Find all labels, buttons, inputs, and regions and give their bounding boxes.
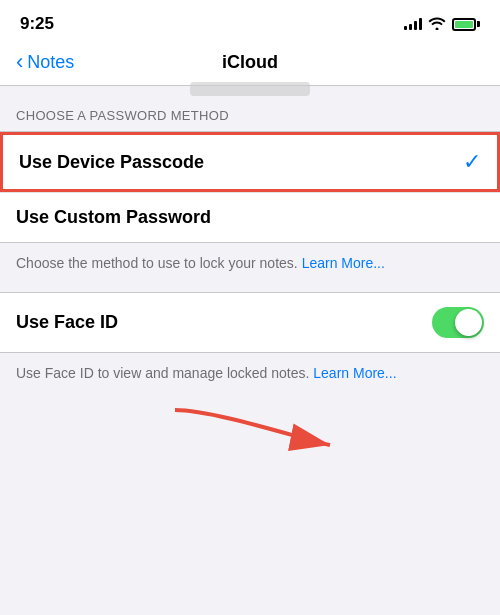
face-id-label: Use Face ID <box>16 312 118 333</box>
learn-more-link-1[interactable]: Learn More... <box>302 255 385 271</box>
red-arrow <box>155 390 355 490</box>
description-text-1: Choose the method to use to lock your no… <box>16 255 302 271</box>
description-block-2: Use Face ID to view and manage locked no… <box>0 353 500 402</box>
list-item-custom-password[interactable]: Use Custom Password <box>0 192 500 242</box>
description-text-2: Use Face ID to view and manage locked no… <box>16 365 313 381</box>
back-button[interactable]: ‹ Notes <box>16 52 74 73</box>
face-id-section: Use Face ID <box>0 292 500 353</box>
battery-icon <box>452 18 480 31</box>
status-icons <box>404 16 480 33</box>
password-method-list: Use Device Passcode ✓ Use Custom Passwor… <box>0 131 500 243</box>
learn-more-link-2[interactable]: Learn More... <box>313 365 396 381</box>
wifi-icon <box>428 16 446 33</box>
list-item-device-passcode[interactable]: Use Device Passcode ✓ <box>0 132 500 192</box>
nav-bar: ‹ Notes iCloud <box>0 44 500 86</box>
nav-subtitle-blur <box>190 82 310 96</box>
custom-password-label: Use Custom Password <box>16 207 211 228</box>
toggle-knob <box>455 309 482 336</box>
signal-icon <box>404 18 422 30</box>
status-time: 9:25 <box>20 14 54 34</box>
face-id-toggle-row: Use Face ID <box>0 293 500 352</box>
chevron-left-icon: ‹ <box>16 51 23 73</box>
checkmark-icon: ✓ <box>463 149 481 175</box>
nav-title: iCloud <box>222 52 278 73</box>
device-passcode-label: Use Device Passcode <box>19 152 204 173</box>
description-block-1: Choose the method to use to lock your no… <box>0 243 500 292</box>
face-id-toggle[interactable] <box>432 307 484 338</box>
back-label: Notes <box>27 52 74 73</box>
status-bar: 9:25 <box>0 0 500 44</box>
